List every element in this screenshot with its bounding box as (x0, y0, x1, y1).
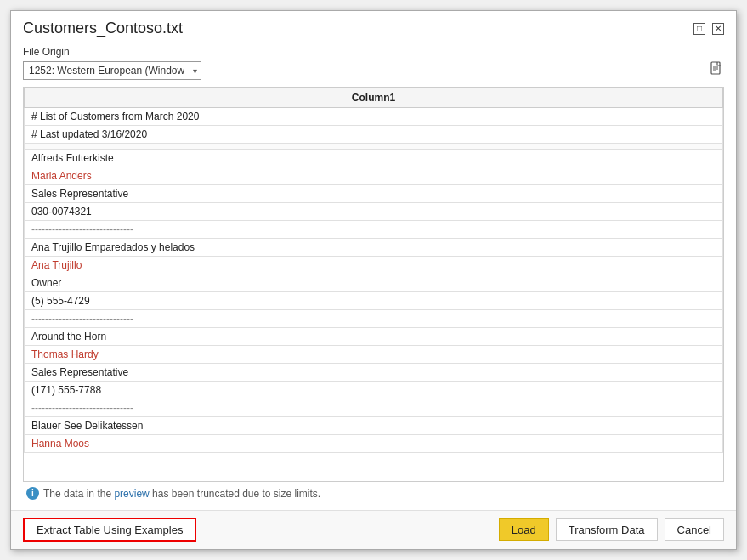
table-cell: 030-0074321 (25, 203, 723, 221)
data-table: Column1 # List of Customers from March 2… (24, 88, 723, 453)
table-row: # Last updated 3/16/2020 (25, 126, 723, 144)
info-bar: i The data in the preview has been trunc… (23, 482, 724, 505)
table-cell: Ana Trujillo (25, 257, 723, 274)
minimize-button[interactable]: □ (693, 23, 705, 35)
table-row: # List of Customers from March 2020 (25, 108, 723, 126)
footer-left: Extract Table Using Examples (23, 518, 196, 542)
table-cell: (5) 555-4729 (25, 292, 723, 310)
table-row: ------------------------------ (25, 310, 723, 328)
title-bar-controls: □ ✕ (693, 23, 724, 35)
table-cell: # Last updated 3/16/2020 (25, 126, 723, 144)
extract-table-button[interactable]: Extract Table Using Examples (23, 518, 196, 542)
table-cell: Hanna Moos (25, 435, 723, 453)
info-icon: i (26, 487, 39, 500)
table-row: ------------------------------ (25, 221, 723, 239)
file-origin-select-wrapper[interactable]: 1252: Western European (Windows) 65001: … (23, 61, 201, 80)
table-cell: Maria Anders (25, 167, 723, 185)
content-area: File Origin 1252: Western European (Wind… (11, 42, 736, 510)
table-cell: Around the Horn (25, 328, 723, 346)
table-row: Thomas Hardy (25, 346, 723, 364)
table-cell: Blauer See Delikatessen (25, 417, 723, 435)
main-dialog: Customers_Contoso.txt □ ✕ File Origin 12… (10, 10, 737, 550)
table-scroll[interactable]: Column1 # List of Customers from March 2… (24, 88, 723, 481)
file-origin-label: File Origin (23, 46, 724, 58)
transform-data-button[interactable]: Transform Data (556, 518, 658, 541)
table-cell: ------------------------------ (25, 399, 723, 417)
table-cell: Alfreds Futterkiste (25, 150, 723, 167)
table-row (25, 144, 723, 150)
table-row: Hanna Moos (25, 435, 723, 453)
footer-right: Load Transform Data Cancel (499, 518, 724, 541)
file-origin-row: 1252: Western European (Windows) 65001: … (23, 61, 724, 80)
table-row: 030-0074321 (25, 203, 723, 221)
preview-link[interactable]: preview (114, 488, 149, 500)
table-cell: Sales Representative (25, 185, 723, 203)
table-cell: ------------------------------ (25, 310, 723, 328)
table-row: ------------------------------ (25, 399, 723, 417)
table-row: Sales Representative (25, 185, 723, 203)
column-header: Column1 (25, 88, 723, 108)
file-icon[interactable] (709, 61, 724, 80)
table-row: Owner (25, 274, 723, 292)
svg-rect-0 (711, 62, 720, 74)
table-row: (171) 555-7788 (25, 382, 723, 399)
close-button[interactable]: ✕ (712, 23, 724, 35)
table-row: Around the Horn (25, 328, 723, 346)
table-row: Maria Anders (25, 167, 723, 185)
table-row: Alfreds Futterkiste (25, 150, 723, 167)
table-cell: Owner (25, 274, 723, 292)
dialog-title: Customers_Contoso.txt (23, 20, 183, 37)
footer: Extract Table Using Examples Load Transf… (11, 510, 736, 549)
cancel-button[interactable]: Cancel (665, 518, 724, 541)
table-cell: (171) 555-7788 (25, 382, 723, 399)
table-cell: ------------------------------ (25, 221, 723, 239)
table-row: (5) 555-4729 (25, 292, 723, 310)
title-bar: Customers_Contoso.txt □ ✕ (11, 11, 736, 42)
file-origin-select[interactable]: 1252: Western European (Windows) 65001: … (23, 61, 201, 80)
table-cell: Thomas Hardy (25, 346, 723, 364)
table-row: Ana Trujillo (25, 257, 723, 274)
info-text: The data in the preview has been truncat… (43, 488, 320, 500)
table-cell (25, 144, 723, 150)
table-row: Ana Trujillo Emparedados y helados (25, 239, 723, 257)
load-button[interactable]: Load (499, 518, 549, 541)
table-wrapper: Column1 # List of Customers from March 2… (23, 87, 724, 482)
table-cell: Ana Trujillo Emparedados y helados (25, 239, 723, 257)
table-row: Blauer See Delikatessen (25, 417, 723, 435)
table-cell: Sales Representative (25, 364, 723, 382)
table-cell: # List of Customers from March 2020 (25, 108, 723, 126)
table-row: Sales Representative (25, 364, 723, 382)
